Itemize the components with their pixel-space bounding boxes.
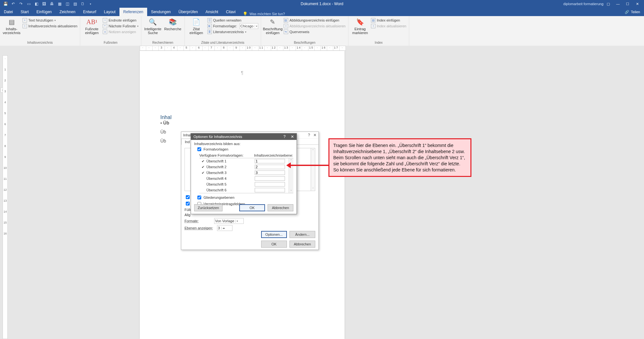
toc-cancel-button[interactable]: Abbrechen [289,241,315,248]
group-index-label: Index [351,41,406,46]
style-row-name: Überschrift 6 [206,188,255,192]
style-combo[interactable]: 🗎Formatvorlage:Chicago▾ [207,23,258,29]
save-icon[interactable]: 💾 [3,2,8,6]
qat-icon-8[interactable]: ▦ [57,2,62,6]
share-button[interactable]: 🔗 Teilen [625,8,640,16]
tab-ansicht[interactable]: Ansicht [202,8,222,16]
reset-button[interactable]: Zurücksetzen [194,204,223,211]
insert-caption-button[interactable]: ✎Beschriftung einfügen [264,17,282,35]
toc-chk-2[interactable] [186,202,190,206]
mark-entry-button[interactable]: 🔖Eintrag markieren [351,17,369,35]
tab-start[interactable]: Start [17,8,33,16]
tab-ueberpruefen[interactable]: Überprüfen [175,8,202,16]
insert-tof-button[interactable]: ▤Abbildungsverzeichnis einfügen [284,17,346,23]
qat-icon-6[interactable]: 🖼 [42,2,46,6]
options-help-icon[interactable]: ? [283,134,286,139]
document-area: L ···3·4·5·6·7·8·9·10·11·12·13·14·15·16·… [0,46,644,339]
lightbulb-icon: 💡 [243,12,248,16]
options-ok-button[interactable]: OK [239,204,265,211]
toc-dialog-help-icon[interactable]: ? [308,133,310,137]
toc-dialog-close-icon[interactable]: ✕ [313,133,317,137]
style-row: ✔Überschrift 1 [199,158,293,164]
toc-chk-1[interactable] [186,195,190,199]
minimize-button[interactable]: — [613,0,623,8]
next-footnote-button[interactable]: ᵃNächste Fußnote ▾ [103,23,138,29]
horizontal-ruler[interactable]: ···3·4·5·6·7·8·9·10·11·12·13·14·15·16·17… [140,46,346,51]
toc-button-label: Inhalts- verzeichnis [3,27,20,35]
manage-sources-button[interactable]: ☰Quellen verwalten [207,17,258,23]
tab-referenzen[interactable]: Referenzen [119,8,147,16]
account-label[interactable]: diplomarbeit formatierung [563,2,603,6]
close-button[interactable]: ✕ [632,0,642,8]
style-row-level-input[interactable] [255,165,285,169]
update-toc-button[interactable]: !Inhaltsverzeichnis aktualisieren [23,23,77,29]
smart-lookup-button[interactable]: 🔍Intelligente Suche [144,17,162,35]
qat-icon-10[interactable]: ▤ [73,2,77,6]
toc-options-dialog: Optionen für Inhaltsverzeichnis ?✕ Inhal… [191,133,297,214]
tab-zeichnen[interactable]: Zeichnen [56,8,79,16]
format-combo[interactable]: Von Vorlage▾ [214,218,244,224]
toc-options-button[interactable]: Optionen... [261,231,287,238]
undo-icon[interactable]: ↶ [11,2,15,6]
style-row-level-input[interactable] [255,170,285,175]
style-row-name: Überschrift 3 [206,171,255,175]
update-index-button[interactable]: !Index aktualisieren [371,23,406,29]
group-index: 🔖Eintrag markieren ▤Index einfügen !Inde… [348,16,409,46]
tab-citavi[interactable]: Citavi [222,8,240,16]
style-row-level-input[interactable] [255,182,285,187]
toc-preview-scrollbar[interactable]: ˆˇ [311,148,315,191]
group-toc: ▤ Inhalts- verzeichnis +Text hinzufügen … [0,16,80,46]
levels-spinner[interactable]: 3◂▸ [217,225,232,231]
qat-icon-5[interactable]: ◧ [34,2,39,6]
qat-icon-9[interactable]: ◫ [65,2,70,6]
toc-button[interactable]: ▤ Inhalts- verzeichnis [3,17,21,35]
tab-sendungen[interactable]: Sendungen [147,8,175,16]
redo-icon[interactable]: ↷ [19,2,23,6]
ribbon-options-icon[interactable]: ▢ [607,2,610,6]
toc-change-button[interactable]: Ändern... [289,231,315,238]
research-button[interactable]: 📚Recherche [164,17,182,31]
styles-list: ✔Überschrift 1✔Überschrift 2✔Überschrift… [199,158,293,193]
vertical-ruler[interactable]: ·12345678910111213141516 [3,55,8,339]
toc-options-header[interactable]: Optionen für Inhaltsverzeichnis ?✕ [191,133,297,140]
insert-footnote-button[interactable]: AB¹ Fußnote einfügen [83,17,101,35]
crossref-button[interactable]: ↬Querverweis [284,29,346,35]
tell-me[interactable]: 💡 Was möchten Sie tun? [243,12,285,16]
chk-styles[interactable] [197,147,201,151]
update-tof-icon: ! [284,24,288,28]
tab-entwurf[interactable]: Entwurf [79,8,100,16]
tab-layout[interactable]: Layout [100,8,119,16]
style-value[interactable]: Chicago▾ [240,23,258,29]
style-row-level-input[interactable] [255,188,285,192]
add-text-button[interactable]: +Text hinzufügen ▾ [23,17,77,23]
toc-allg: Allg [185,213,190,217]
print-icon[interactable]: 🖶 [50,2,54,6]
qat-more-icon[interactable]: ▾ [88,2,93,6]
crossref-icon: ↬ [284,30,288,34]
bibliography-button[interactable]: ≣Literaturverzeichnis ▾ [207,29,258,35]
style-row-level-input[interactable] [255,176,285,181]
ribbon-tabs: Datei Start Einfügen Zeichnen Entwurf La… [0,8,644,16]
toc-icon: ▤ [7,17,16,26]
update-tof-button[interactable]: !Abbildungsverzeichnis aktualisieren [284,23,346,29]
maximize-button[interactable]: ☐ [623,0,632,8]
style-row-level-input[interactable] [255,159,285,163]
window-title: Dokument 1.docx - Word [301,2,344,6]
options-cancel-button[interactable]: Abbrechen [268,204,293,211]
show-notes-button[interactable]: ≡Notizen anzeigen [103,29,138,35]
qat-icon-4[interactable]: ▭ [26,2,31,6]
callout-box: Tragen Sie hier die Ebenen ein. „Übersch… [328,138,471,177]
insert-citation-button[interactable]: 📄Zitat einfügen [187,17,205,35]
insert-endnote-button[interactable]: ⁿEndnote einfügen [103,17,138,23]
citation-icon: 📄 [192,17,201,26]
insert-index-button[interactable]: ▤Index einfügen [371,17,406,23]
options-close-icon[interactable]: ✕ [291,134,294,139]
tab-datei[interactable]: Datei [0,8,17,16]
tab-einfuegen[interactable]: Einfügen [33,8,55,16]
style-row-check-icon: ✔ [199,159,206,163]
footnote-icon: AB¹ [87,17,96,26]
new-doc-icon[interactable]: 🗋 [80,2,85,6]
style-row-name: Überschrift 5 [206,182,255,186]
chk-outline[interactable] [197,196,201,199]
toc-ok-button[interactable]: OK [261,241,287,248]
